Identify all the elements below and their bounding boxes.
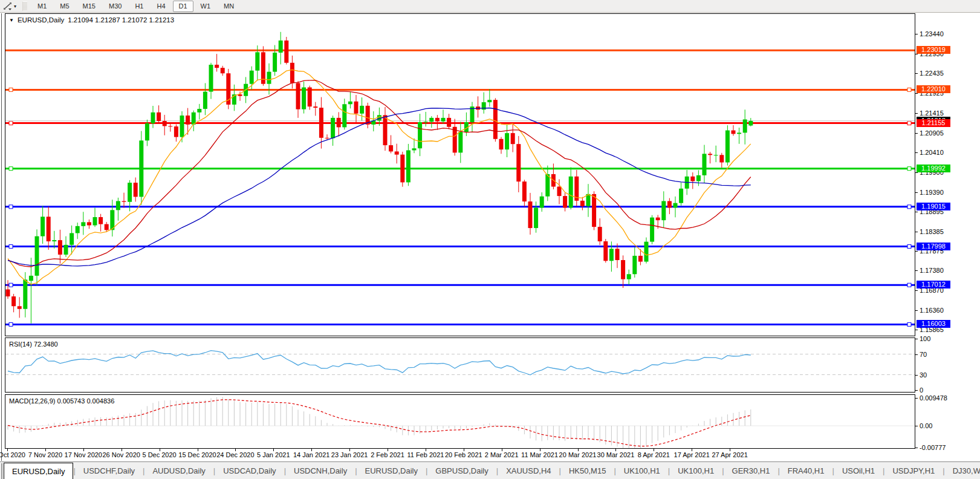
candle-up <box>70 233 74 244</box>
timeframe-button-m1[interactable]: M1 <box>31 1 53 12</box>
chart-tab-usoil-h1[interactable]: USOil,H1 <box>834 462 883 479</box>
timeframe-buttons: M1M5M15M30H1H4D1W1MN <box>31 1 241 12</box>
timeframe-button-d1[interactable]: D1 <box>173 1 193 12</box>
candle-up <box>360 106 364 114</box>
chart-tab-usdcnh-daily[interactable]: USDCNH,Daily <box>286 462 355 479</box>
candle-up <box>743 119 747 132</box>
candle-up <box>569 177 573 208</box>
tabbar-splitter-handle[interactable] <box>1 463 2 479</box>
date-tick-label: 7 Nov 2020 <box>28 451 62 458</box>
chart-tab-gbpusd-daily[interactable]: GBPUSD,Daily <box>427 462 496 479</box>
price-tick-label: 1.20410 <box>920 149 944 156</box>
macd-tick-label: -0.00777 <box>920 444 946 451</box>
chart-tab-uk100-h1[interactable]: UK100,H1 <box>616 462 668 479</box>
price-axis[interactable]: 1.234401.229301.224351.219251.214151.209… <box>915 13 980 461</box>
price-tick-label: 1.19390 <box>920 189 944 196</box>
line-handle[interactable] <box>907 322 911 326</box>
moving-average-line <box>8 70 751 284</box>
line-handle[interactable] <box>907 245 911 249</box>
candle-down <box>453 127 457 153</box>
price-chart-panel[interactable] <box>5 13 915 336</box>
candle-up <box>302 88 306 109</box>
candle-up <box>331 118 335 138</box>
rsi-indicator-panel[interactable] <box>5 337 915 393</box>
level-price-badge: 1.23019 <box>917 46 950 54</box>
toolbar-grip-handle[interactable] <box>22 2 27 11</box>
candle-up <box>406 151 410 183</box>
timeframe-button-w1[interactable]: W1 <box>195 1 217 12</box>
chart-ohlc-quotes: 1.21094 1.21287 1.21072 1.21213 <box>68 16 174 24</box>
line-handle[interactable] <box>9 122 13 125</box>
chart-tab-dj30-weekly[interactable]: DJ30,Weekly <box>945 462 980 479</box>
candle-down <box>383 115 388 145</box>
candle-up <box>29 276 33 281</box>
date-tick-label: 27 Apr 2021 <box>712 451 747 458</box>
candle-up <box>540 197 544 208</box>
macd-indicator-panel[interactable] <box>5 394 915 449</box>
price-tick-mark <box>915 192 918 193</box>
timeframe-button-m5[interactable]: M5 <box>54 1 75 12</box>
line-handle[interactable] <box>907 205 911 209</box>
trendline-tool-icon[interactable] <box>2 1 14 11</box>
candle-up <box>650 218 654 242</box>
line-handle[interactable] <box>9 88 13 91</box>
chart-tab-eurusd-daily[interactable]: EURUSD,Daily <box>357 462 426 479</box>
chart-tab-xauusd-h4[interactable]: XAUUSD,H4 <box>498 462 559 479</box>
candle-down <box>708 154 712 155</box>
candle-up <box>424 122 428 122</box>
line-handle[interactable] <box>9 205 13 209</box>
chart-tab-audusd-daily[interactable]: AUDUSD,Daily <box>144 462 213 479</box>
line-handle[interactable] <box>9 322 13 326</box>
price-tick-label: 1.18385 <box>920 228 944 235</box>
rsi-indicator-label: RSI(14) 72.3480 <box>9 341 58 348</box>
chart-tab-eurusd-daily[interactable]: EURUSD,Daily <box>4 463 73 479</box>
timeframe-button-h1[interactable]: H1 <box>129 1 149 12</box>
date-tick-label: 11 Feb 2021 <box>407 451 444 458</box>
chart-tab-ger30-h1[interactable]: GER30,H1 <box>724 462 778 479</box>
rsi-tick-label: 30 <box>920 371 927 379</box>
candle-up <box>64 245 68 255</box>
candle-up <box>487 100 492 102</box>
line-handle[interactable] <box>9 245 13 249</box>
chart-tab-uk100-h1[interactable]: UK100,H1 <box>670 462 722 479</box>
timeframe-button-mn[interactable]: MN <box>218 1 240 12</box>
chart-tab-hk50-m15[interactable]: HK50,M15 <box>561 462 614 479</box>
date-tick-label: 23 Jan 2021 <box>331 451 368 458</box>
candle-down <box>157 112 161 121</box>
macd-indicator-label: MACD(12,26,9) 0.005743 0.004836 <box>9 397 114 405</box>
candle-up <box>93 217 97 226</box>
tool-dropdown-caret-icon[interactable]: ▾ <box>14 4 16 9</box>
candle-down <box>105 224 109 230</box>
line-handle[interactable] <box>9 167 13 171</box>
chart-tab-fra40-h1[interactable]: FRA40,H1 <box>780 462 832 479</box>
date-tick-label: 20 Feb 2021 <box>445 451 482 458</box>
chart-tab-usdjpy-h1[interactable]: USDJPY,H1 <box>884 462 943 479</box>
candle-up <box>725 131 730 163</box>
candle-down <box>499 139 504 149</box>
line-handle[interactable] <box>9 283 13 287</box>
candle-up <box>23 279 27 308</box>
chart-tab-usdchf-daily[interactable]: USDCHF,Daily <box>76 462 143 479</box>
line-handle[interactable] <box>907 283 911 287</box>
candle-up <box>644 242 649 262</box>
collapse-triangle-icon[interactable]: ▼ <box>9 18 14 23</box>
time-axis[interactable]: 29 Oct 20207 Nov 202017 Nov 202026 Nov 2… <box>5 449 915 461</box>
candle-down <box>325 138 329 138</box>
price-tick-label: 1.16360 <box>920 307 944 314</box>
chart-tab-usdcad-daily[interactable]: USDCAD,Daily <box>215 462 284 479</box>
timeframe-button-m15[interactable]: M15 <box>77 1 102 12</box>
candle-up <box>197 109 201 112</box>
rsi-tick-mark <box>915 354 918 355</box>
candle-up <box>679 189 683 203</box>
timeframe-button-m30[interactable]: M30 <box>103 1 128 12</box>
macd-signal-line <box>8 400 751 446</box>
line-handle[interactable] <box>907 122 911 125</box>
chart-title: ▼ EURUSD,Daily 1.21094 1.21287 1.21072 1… <box>9 16 174 24</box>
candle-down <box>174 126 178 137</box>
price-tick-label: 1.20905 <box>920 129 944 137</box>
timeframe-button-h4[interactable]: H4 <box>151 1 171 12</box>
line-handle[interactable] <box>907 88 911 91</box>
timeframe-toolbar: ▾ M1M5M15M30H1H4D1W1MN <box>0 0 980 13</box>
line-handle[interactable] <box>907 167 911 171</box>
candle-down <box>87 222 91 225</box>
